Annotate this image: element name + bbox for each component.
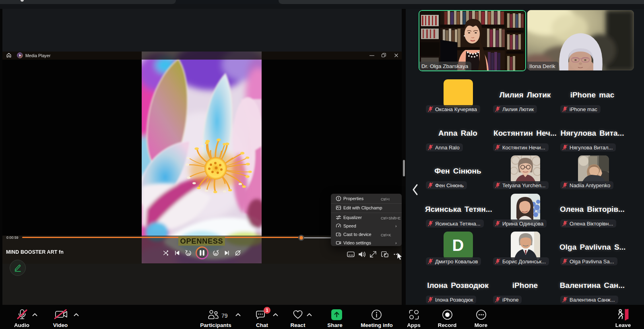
svg-text:10: 10 bbox=[187, 252, 190, 255]
svg-text:30: 30 bbox=[214, 252, 217, 255]
